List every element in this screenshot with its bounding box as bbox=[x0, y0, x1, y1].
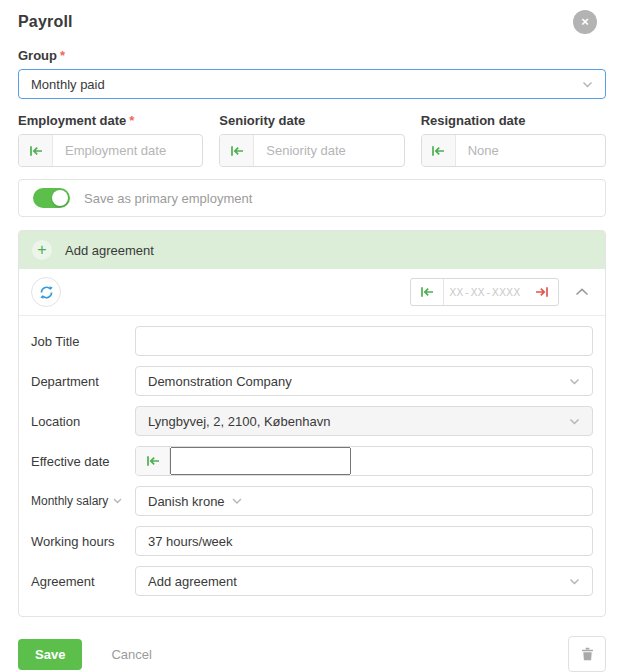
date-range-picker[interactable] bbox=[410, 278, 559, 306]
chevron-down-icon bbox=[232, 498, 242, 504]
chevron-down-icon bbox=[569, 418, 580, 425]
primary-employment-row: Save as primary employment bbox=[18, 179, 606, 217]
toggle-knob bbox=[52, 190, 68, 206]
seniority-date-field: Seniority date bbox=[219, 113, 404, 167]
refresh-icon bbox=[39, 285, 54, 300]
chevron-up-icon bbox=[575, 288, 589, 296]
agreement-value: Add agreement bbox=[148, 574, 237, 589]
agreement-panel-body: Job Title Department Demonstration Compa… bbox=[19, 326, 605, 616]
cancel-button[interactable]: Cancel bbox=[111, 647, 151, 662]
seniority-date-input[interactable] bbox=[219, 134, 404, 167]
effective-date-input[interactable] bbox=[135, 446, 593, 476]
primary-employment-label: Save as primary employment bbox=[84, 191, 252, 206]
department-label: Department bbox=[31, 374, 135, 389]
employment-date-text-input[interactable] bbox=[53, 135, 202, 166]
resignation-date-input[interactable] bbox=[421, 134, 606, 167]
location-row: Location Lyngbyvej, 2, 2100, København bbox=[31, 406, 593, 436]
job-title-input[interactable] bbox=[135, 326, 593, 356]
add-agreement-label: Add agreement bbox=[65, 243, 154, 258]
save-button[interactable]: Save bbox=[18, 639, 82, 670]
modal-header: Payroll × bbox=[18, 10, 606, 34]
employment-date-field: Employment date * bbox=[18, 113, 203, 167]
dates-row: Employment date * Seniority date bbox=[18, 113, 606, 167]
chevron-down-icon bbox=[569, 378, 580, 385]
currency-value: Danish krone bbox=[148, 494, 225, 509]
arrow-to-bar-left-icon bbox=[220, 135, 254, 166]
chevron-down-icon bbox=[569, 578, 580, 585]
job-title-label: Job Title bbox=[31, 334, 135, 349]
group-label: Group bbox=[18, 48, 57, 63]
agreement-row: Agreement Add agreement bbox=[31, 566, 593, 596]
monthly-salary-label: Monthly salary bbox=[31, 494, 108, 508]
effective-date-label: Effective date bbox=[31, 454, 135, 469]
arrow-to-bar-left-icon bbox=[422, 135, 456, 166]
modal-footer: Save Cancel bbox=[18, 636, 606, 672]
employment-date-label: Employment date bbox=[18, 113, 126, 128]
department-value: Demonstration Company bbox=[148, 374, 292, 389]
job-title-row: Job Title bbox=[31, 326, 593, 356]
arrow-to-bar-left-icon bbox=[19, 135, 53, 166]
date-range-input[interactable] bbox=[444, 286, 526, 299]
range-end-icon[interactable] bbox=[526, 279, 558, 305]
effective-date-row: Effective date bbox=[31, 446, 593, 476]
working-hours-label: Working hours bbox=[31, 534, 135, 549]
seniority-date-label: Seniority date bbox=[219, 113, 305, 128]
agreement-select[interactable]: Add agreement bbox=[135, 566, 593, 596]
location-value: Lyngbyvej, 2, 2100, København bbox=[148, 414, 330, 429]
effective-date-text-input[interactable] bbox=[170, 447, 351, 475]
add-agreement-button[interactable]: + Add agreement bbox=[19, 231, 605, 269]
trash-icon bbox=[581, 647, 594, 661]
working-hours-input[interactable] bbox=[135, 526, 593, 556]
collapse-panel-button[interactable] bbox=[575, 288, 589, 296]
salary-type-select[interactable]: Monthly salary bbox=[31, 494, 135, 508]
arrow-to-bar-left-icon bbox=[136, 447, 170, 475]
required-asterisk: * bbox=[60, 48, 65, 63]
chevron-down-icon bbox=[582, 81, 593, 88]
location-select[interactable]: Lyngbyvej, 2, 2100, København bbox=[135, 406, 593, 436]
employment-date-input[interactable] bbox=[18, 134, 203, 167]
chevron-down-icon bbox=[113, 498, 122, 504]
group-select[interactable]: Monthly paid bbox=[18, 69, 606, 99]
location-label: Location bbox=[31, 414, 135, 429]
group-field: Group * Monthly paid bbox=[18, 48, 606, 99]
agreement-panel: + Add agreement bbox=[18, 230, 606, 617]
department-select[interactable]: Demonstration Company bbox=[135, 366, 593, 396]
close-button[interactable]: × bbox=[573, 10, 597, 34]
payroll-modal: Payroll × Group * Monthly paid Employmen… bbox=[0, 0, 617, 672]
resignation-date-text-input[interactable] bbox=[456, 135, 605, 166]
department-row: Department Demonstration Company bbox=[31, 366, 593, 396]
agreement-panel-header bbox=[19, 269, 605, 316]
required-asterisk: * bbox=[129, 113, 134, 128]
panel-header-controls bbox=[410, 278, 593, 306]
close-icon: × bbox=[581, 14, 589, 29]
currency-select[interactable]: Danish krone bbox=[135, 486, 593, 516]
seniority-date-text-input[interactable] bbox=[254, 135, 403, 166]
refresh-button[interactable] bbox=[31, 277, 61, 307]
group-select-value: Monthly paid bbox=[31, 77, 105, 92]
page-title: Payroll bbox=[18, 10, 73, 31]
delete-button[interactable] bbox=[568, 636, 606, 672]
range-start-icon[interactable] bbox=[411, 279, 444, 305]
agreement-label: Agreement bbox=[31, 574, 135, 589]
working-hours-row: Working hours bbox=[31, 526, 593, 556]
plus-icon: + bbox=[32, 240, 52, 260]
primary-employment-toggle[interactable] bbox=[33, 188, 70, 208]
monthly-salary-row: Monthly salary Danish krone bbox=[31, 486, 593, 516]
resignation-date-field: Resignation date bbox=[421, 113, 606, 167]
resignation-date-label: Resignation date bbox=[421, 113, 526, 128]
